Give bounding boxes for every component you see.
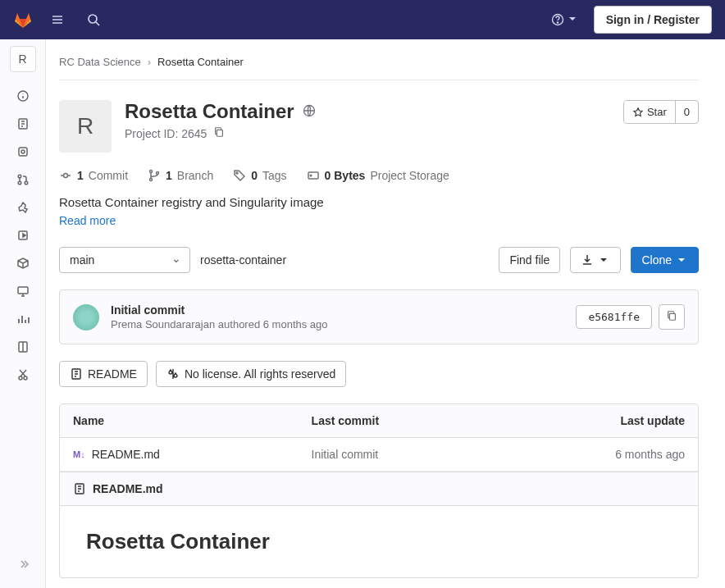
commit-time: 6 months ago [263,318,328,330]
star-count[interactable]: 0 [675,101,698,123]
readme-header: README.md [60,472,698,506]
file-last-update: 6 months ago [496,438,698,472]
path-text[interactable]: rosetta-container [200,253,286,267]
topbar: Sign in / Register [0,0,725,39]
stats-row: 1 Commit 1 Branch 0 Tags 0 Bytes Project… [59,169,699,182]
svg-point-6 [21,150,25,153]
stat-storage[interactable]: 0 Bytes Project Storage [307,169,449,182]
readme-heading: Rosetta Container [86,529,672,554]
star-button[interactable]: Star [624,101,675,123]
topbar-left [13,8,105,31]
readme-panel: README.md Rosetta Container [59,472,699,578]
sidebar-project-info[interactable] [7,83,39,109]
commit-author-avatar[interactable] [73,304,99,330]
stat-commits[interactable]: 1 Commit [59,169,128,182]
table-row[interactable]: M↓ README.md Initial commit 6 months ago [60,438,698,472]
sidebar-packages[interactable] [7,250,39,276]
svg-point-20 [157,172,159,175]
breadcrumb: RC Data Science › Rosetta Container [59,52,699,80]
markdown-file-icon: M↓ [73,449,85,459]
topbar-right: Sign in / Register [546,6,712,34]
svg-point-7 [18,175,21,178]
clone-button[interactable]: Clone [631,247,699,273]
project-avatar: R [59,100,112,153]
last-commit-box: Initial commit Prema Soundararajan autho… [59,289,699,344]
breadcrumb-separator: › [148,56,151,68]
commit-title[interactable]: Initial commit [111,303,328,317]
main-content: RC Data Science › Rosetta Container R Ro… [46,39,725,588]
project-header: R Rosetta Container Project ID: 2645 [59,100,699,153]
svg-point-21 [236,172,238,174]
download-button[interactable] [570,247,621,273]
svg-point-19 [150,179,153,181]
help-icon[interactable] [546,7,584,33]
svg-point-9 [25,181,28,185]
copy-id-icon[interactable] [213,126,225,140]
chevron-down-icon [566,12,579,28]
table-header-commit[interactable]: Last commit [299,404,496,438]
svg-point-14 [24,376,27,380]
project-description: Rosetta Container registry and Singulari… [59,195,699,209]
sidebar-wiki[interactable] [7,334,39,360]
hamburger-icon[interactable] [46,8,69,31]
file-name-text[interactable]: README.md [92,448,160,461]
star-group: Star 0 [623,100,699,124]
sidebar-merge-requests[interactable] [7,166,39,193]
sidebar-monitor[interactable] [7,278,39,304]
readme-badge[interactable]: README [59,361,148,387]
commit-author[interactable]: Prema Soundararajan [111,318,215,330]
svg-point-0 [89,15,97,23]
stat-tags[interactable]: 0 Tags [233,169,286,182]
branch-select[interactable]: main [59,247,190,273]
sidebar: R [0,39,46,588]
svg-point-13 [19,376,22,380]
sidebar-cicd[interactable] [7,194,39,221]
commit-sha[interactable]: e5681ffe [576,305,652,329]
find-file-button[interactable]: Find file [499,247,560,273]
svg-point-17 [64,174,68,178]
globe-icon [303,104,316,120]
svg-rect-24 [669,313,675,320]
svg-rect-5 [19,148,27,156]
svg-rect-11 [18,287,28,294]
sidebar-collapse-icon[interactable] [7,551,39,577]
svg-rect-16 [217,130,223,136]
copy-sha-icon[interactable] [659,304,685,330]
project-avatar-small[interactable]: R [10,46,36,72]
commit-authored-label: authored [218,318,260,330]
star-label: Star [647,106,667,118]
table-header-name[interactable]: Name [60,404,299,438]
breadcrumb-group[interactable]: RC Data Science [59,56,141,68]
gitlab-logo[interactable] [13,9,33,31]
file-last-commit[interactable]: Initial commit [299,438,496,472]
project-id: Project ID: 2645 [125,127,207,140]
sidebar-issues[interactable] [7,139,39,165]
readme-filename: README.md [93,482,163,495]
svg-point-8 [18,181,21,185]
search-icon[interactable] [82,8,105,31]
table-header-update[interactable]: Last update [496,404,698,438]
sidebar-deployments[interactable] [7,222,39,248]
controls-row: main rosetta-container Find file Clone [59,247,699,273]
read-more-link[interactable]: Read more [59,214,116,227]
license-badge[interactable]: No license. All rights reserved [156,361,346,387]
file-table: Name Last commit Last update M↓ README.m… [59,403,699,472]
svg-point-18 [150,171,153,173]
sidebar-repository[interactable] [7,111,39,137]
sidebar-snippets[interactable] [7,362,39,388]
signin-button[interactable]: Sign in / Register [594,6,712,34]
svg-point-2 [557,22,558,23]
project-title: Rosetta Container [125,100,294,123]
sidebar-analytics[interactable] [7,306,39,332]
stat-branches[interactable]: 1 Branch [148,169,213,182]
svg-point-23 [310,175,312,176]
badges-row: README No license. All rights reserved [59,361,699,387]
breadcrumb-current: Rosetta Container [157,56,244,68]
